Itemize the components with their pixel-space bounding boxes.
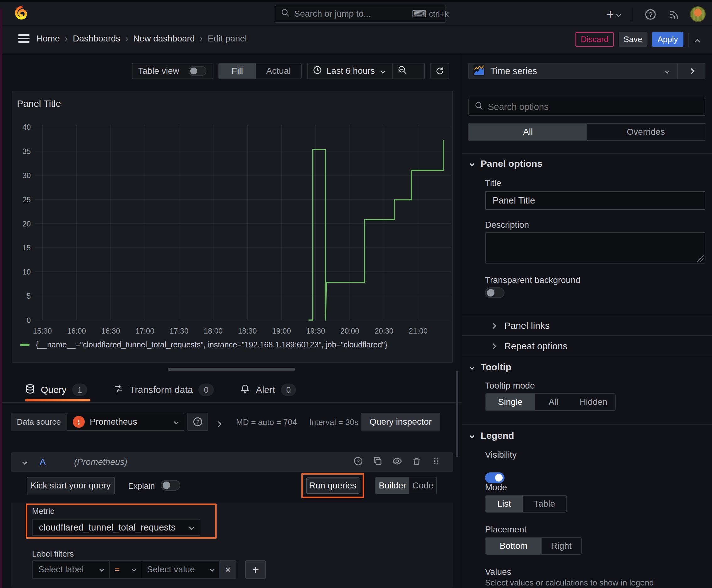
fill-option[interactable]: Fill — [219, 63, 256, 79]
svg-text:21:00: 21:00 — [409, 327, 428, 335]
repeat-options-header[interactable]: Repeat options — [491, 341, 567, 352]
new-menu-button[interactable]: + — [606, 9, 620, 20]
visualization-picker[interactable]: Time series — [468, 63, 706, 79]
description-textarea[interactable] — [485, 232, 706, 264]
legend-header[interactable]: Legend — [470, 430, 514, 441]
svg-text:?: ? — [357, 458, 360, 464]
panel-links-header[interactable]: Panel links — [491, 320, 550, 331]
grafana-edit-panel-window: ⌨ ctrl+k + ? Home › Dashboards › New das… — [0, 0, 712, 588]
label-filter-row: Select label = Select value × + — [32, 560, 266, 579]
menu-toggle-icon[interactable] — [18, 33, 29, 45]
transparent-background-toggle[interactable] — [485, 288, 504, 298]
save-button[interactable]: Save — [619, 32, 647, 47]
chart-legend-item[interactable]: {__name__="cloudflared_tunnel_total_requ… — [20, 340, 387, 349]
query-inspector-button[interactable]: Query inspector — [361, 413, 440, 431]
legend-placement-right[interactable]: Right — [542, 538, 581, 554]
collapse-viz-pane-icon[interactable] — [678, 69, 705, 73]
global-search[interactable]: ⌨ ctrl+k — [275, 5, 446, 23]
query-help-icon[interactable]: ? — [353, 456, 363, 468]
options-search[interactable] — [468, 98, 706, 116]
builder-option[interactable]: Builder — [375, 478, 409, 494]
chevron-down-icon — [210, 567, 214, 572]
delete-query-icon[interactable] — [412, 456, 422, 468]
grafana-logo-icon[interactable] — [13, 5, 29, 24]
user-avatar[interactable] — [690, 6, 706, 22]
time-picker[interactable]: Last 6 hours — [307, 63, 425, 79]
panel-title: Panel Title — [17, 98, 61, 109]
duplicate-query-icon[interactable] — [373, 456, 383, 468]
keyboard-shortcut-hint: ⌨ ctrl+k — [412, 8, 449, 20]
datasource-picker[interactable]: Prometheus — [67, 413, 184, 431]
svg-text:19:30: 19:30 — [306, 327, 325, 335]
panel-options-header[interactable]: Panel options — [470, 158, 542, 169]
chevron-down-icon — [470, 433, 475, 438]
tooltip-mode-hidden[interactable]: Hidden — [572, 394, 615, 410]
tooltip-mode-group: Single All Hidden — [485, 393, 616, 411]
table-view-control: Table view — [132, 63, 214, 79]
chevron-down-icon — [665, 68, 670, 74]
tooltip-header[interactable]: Tooltip — [470, 362, 511, 373]
code-option[interactable]: Code — [409, 478, 436, 494]
nav-divider — [632, 7, 632, 21]
datasource-value: Prometheus — [90, 417, 170, 427]
series-color-swatch — [20, 344, 29, 346]
svg-text:15:30: 15:30 — [33, 327, 52, 335]
legend-visibility-toggle[interactable] — [485, 472, 504, 483]
plus-icon: + — [606, 9, 614, 20]
metric-select[interactable]: cloudflared_tunnel_total_requests — [32, 519, 200, 536]
select-label-dropdown[interactable]: Select label — [32, 560, 110, 579]
svg-text:15: 15 — [22, 244, 31, 252]
resize-grip-icon[interactable] — [697, 255, 704, 261]
drag-handle-icon[interactable] — [431, 456, 441, 468]
refresh-button[interactable] — [430, 63, 449, 79]
chart-panel[interactable]: Panel Title 051015202530354015:3016:0016… — [12, 91, 453, 363]
kick-start-query-button[interactable]: Kick start your query — [27, 477, 114, 495]
collapse-query-icon[interactable] — [22, 460, 27, 465]
tab-transform-data[interactable]: Transform data 0 — [114, 383, 214, 396]
operator-dropdown[interactable]: = — [109, 560, 141, 579]
panel-title-input[interactable] — [485, 191, 706, 210]
vertical-scrollbar[interactable] — [456, 371, 458, 457]
panel-resize-handle[interactable] — [168, 368, 295, 371]
global-search-input[interactable] — [294, 9, 408, 19]
actual-option[interactable]: Actual — [256, 63, 301, 79]
chevron-down-icon — [174, 419, 179, 424]
explain-toggle[interactable] — [161, 480, 180, 491]
legend-placement-bottom[interactable]: Bottom — [486, 538, 542, 554]
discard-button[interactable]: Discard — [576, 32, 614, 47]
datasource-help-button[interactable]: ? — [188, 413, 208, 431]
svg-text:20:00: 20:00 — [340, 327, 359, 335]
options-tab-overrides[interactable]: Overrides — [587, 124, 705, 140]
options-search-input[interactable] — [488, 102, 699, 112]
help-icon[interactable]: ? — [644, 8, 657, 23]
query-options-expander-icon[interactable] — [217, 418, 221, 428]
options-tab-all[interactable]: All — [469, 124, 587, 140]
collapse-options-icon[interactable] — [695, 36, 699, 46]
zoom-out-icon[interactable] — [393, 65, 412, 77]
breadcrumb-current: Edit panel — [208, 34, 247, 44]
tooltip-mode-single[interactable]: Single — [486, 394, 535, 410]
search-icon — [281, 8, 290, 19]
tab-alert[interactable]: Alert 0 — [240, 383, 296, 396]
run-queries-button[interactable]: Run queries — [306, 478, 360, 494]
breadcrumb-dashboard[interactable]: New dashboard — [133, 34, 195, 44]
tooltip-mode-label: Tooltip mode — [485, 381, 535, 391]
legend-mode-table[interactable]: Table — [523, 496, 566, 512]
news-rss-icon[interactable] — [668, 9, 680, 23]
svg-text:25: 25 — [22, 195, 31, 204]
time-series-chart: 051015202530354015:3016:0016:3017:0017:3… — [13, 115, 452, 337]
window-left-strip — [0, 9, 2, 588]
tooltip-mode-all[interactable]: All — [535, 394, 572, 410]
query-row-header[interactable]: A (Prometheus) ? — [11, 452, 453, 472]
select-value-dropdown[interactable]: Select value — [141, 560, 220, 579]
add-filter-button[interactable]: + — [245, 560, 266, 579]
apply-button[interactable]: Apply — [652, 32, 684, 47]
breadcrumb-dashboards[interactable]: Dashboards — [73, 34, 120, 44]
explain-label: Explain — [128, 481, 155, 491]
table-view-toggle[interactable] — [188, 66, 206, 76]
tab-query[interactable]: Query 1 — [25, 383, 87, 396]
remove-filter-button[interactable]: × — [219, 560, 236, 579]
toggle-query-visibility-icon[interactable] — [392, 456, 402, 468]
legend-mode-list[interactable]: List — [486, 496, 523, 512]
breadcrumb-home[interactable]: Home — [37, 34, 60, 44]
